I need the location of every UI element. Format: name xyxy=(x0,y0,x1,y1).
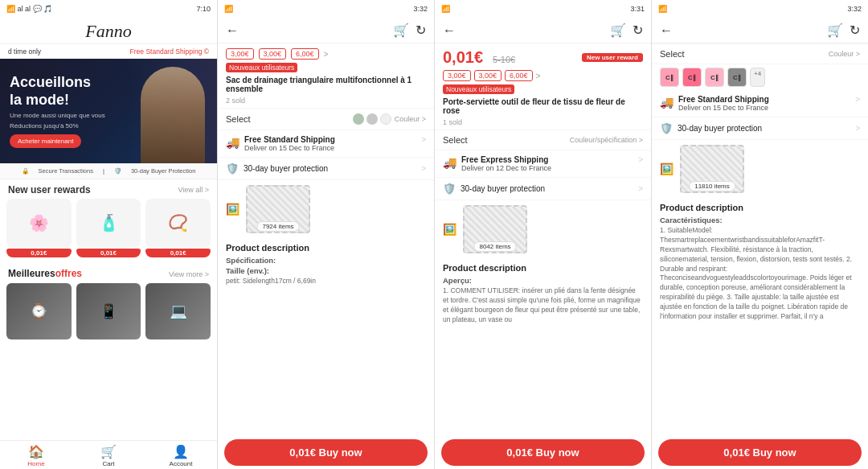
cart-header-icon-1[interactable]: 🛒 xyxy=(393,23,409,38)
product-header-3: ← 🛒 ↻ xyxy=(652,18,868,43)
shipping-title-3: Free Standard Shipping xyxy=(678,95,769,104)
buy-button-1[interactable]: 0,01€ Buy now xyxy=(224,439,428,466)
offers-view-more[interactable]: View more > xyxy=(169,270,209,278)
offer-item-2[interactable]: 📱 xyxy=(76,283,141,339)
refresh-icon-2[interactable]: ↻ xyxy=(633,23,643,38)
app-header-home: Fanno xyxy=(0,18,217,43)
panel-product-3: 📶 3:32 ← 🛒 ↻ Select Couleur > C‖ C‖ C‖ C… xyxy=(651,0,868,469)
swatch-4[interactable]: C‖ xyxy=(727,68,747,87)
desc-text-1: petit: Sidelength17cm / 6,69in xyxy=(226,277,426,286)
offer-image-1: ⌚ xyxy=(6,283,72,339)
price-tag-2c[interactable]: 6,00€ xyxy=(505,70,533,81)
offer-item-3[interactable]: 💻 xyxy=(145,283,211,339)
prot-left-2: 🛡️ 30-day buyer protection xyxy=(443,183,545,195)
swatch-3[interactable]: C‖ xyxy=(705,68,724,87)
select-row-3[interactable]: Select Couleur > xyxy=(652,43,868,64)
back-button-1[interactable]: ← xyxy=(226,23,239,38)
protection-icon: 🛡️ xyxy=(114,167,121,175)
promo-text: d time only xyxy=(8,47,41,56)
swatch-1[interactable]: C‖ xyxy=(660,68,679,87)
protection-row-2[interactable]: 🛡️ 30-day buyer protection > xyxy=(435,178,651,200)
hero-image xyxy=(129,59,217,163)
product-scroll-3[interactable]: Select Couleur > C‖ C‖ C‖ C‖ +4 🚚 Free S… xyxy=(652,43,868,436)
color-dot-1c[interactable] xyxy=(380,113,391,125)
offers-title: Meilleuresoffres xyxy=(8,265,82,280)
truck-icon-2: 🚚 xyxy=(443,156,457,172)
offer-item-1[interactable]: ⌚ xyxy=(6,283,72,339)
more-colors-badge[interactable]: +4 xyxy=(750,68,765,87)
select-row-2[interactable]: Select Couleur/spécification > xyxy=(435,130,651,150)
reward-image-2: 🧴 xyxy=(76,199,141,247)
promo-bar[interactable]: d time only Free Standard Shipping © xyxy=(0,43,217,59)
items-badge-3: 11810 items xyxy=(689,181,735,191)
status-bar-4: 📶 3:32 xyxy=(652,0,868,18)
rewards-row: 🌸 0,01€ 🧴 0,01€ 📿 0,01€ xyxy=(0,199,217,262)
offers-row: ⌚ 📱 💻 xyxy=(0,283,217,339)
desc-title-3: Product description xyxy=(660,203,860,212)
sold-count-2: 1 sold xyxy=(435,118,651,130)
shipping-row-2[interactable]: 🚚 Free Express Shipping Deliver on 12 De… xyxy=(435,150,651,178)
shipping-title-1: Free Standard Shipping xyxy=(244,135,335,144)
new-user-label-1: Nouveaux utilisateurs xyxy=(226,63,297,72)
shipping-info-2: Free Express Shipping Deliver on 12 Dec … xyxy=(461,155,551,172)
shipping-title-2: Free Express Shipping xyxy=(461,155,551,164)
shipping-row-3[interactable]: 🚚 Free Standard Shipping Deliver on 15 D… xyxy=(652,90,868,117)
reward-item-1[interactable]: 🌸 0,01€ xyxy=(6,199,72,257)
shipping-info-3: Free Standard Shipping Deliver on 15 Dec… xyxy=(678,95,769,112)
price-tag-2a[interactable]: 3,00€ xyxy=(443,70,471,81)
sold-count-1: 2 sold xyxy=(218,97,434,108)
cart-header-icon-3[interactable]: 🛒 xyxy=(827,23,843,38)
nav-home[interactable]: 🏠 Home xyxy=(0,444,72,467)
price-tag-1b[interactable]: 3,00€ xyxy=(259,48,287,60)
desc-label-3: Caractéristiques: xyxy=(660,216,860,224)
thumb-area-1: 🖼️ 7924 items xyxy=(218,180,434,238)
back-button-2[interactable]: ← xyxy=(443,23,456,38)
color-dot-1b[interactable] xyxy=(366,113,378,125)
reward-item-3[interactable]: 📿 0,01€ xyxy=(145,199,211,257)
product-scroll-1[interactable]: 3,00€ 3,00€ 6,00€ > Nouveaux utilisateur… xyxy=(218,43,434,436)
buy-button-3[interactable]: 0,01€ Buy now xyxy=(658,439,862,466)
hero-text: Accueillonsla mode! Une mode aussi uniqu… xyxy=(10,74,105,148)
new-user-label-2b: Nouveaux utilisateurs xyxy=(443,84,514,94)
select-row-1[interactable]: Select Couleur > xyxy=(218,108,434,130)
price-old-2: 5-10€ xyxy=(493,55,515,64)
back-button-3[interactable]: ← xyxy=(660,23,673,38)
desc-section-3: Product description Caractéristiques: 1.… xyxy=(652,198,868,325)
protection-label: 30-day Buyer Protection xyxy=(131,167,195,175)
shipping-row-1[interactable]: 🚚 Free Standard Shipping Deliver on 15 D… xyxy=(218,130,434,158)
hero-banner: Accueillonsla mode! Une mode aussi uniqu… xyxy=(0,59,217,163)
secure-label: Secure Transactions xyxy=(39,167,93,175)
swatch-2[interactable]: C‖ xyxy=(682,68,702,87)
header-icons-2: 🛒 ↻ xyxy=(610,23,643,38)
protection-row-1[interactable]: 🛡️ 30-day buyer protection > xyxy=(218,158,434,180)
price-tag-2b[interactable]: 3,00€ xyxy=(474,70,502,81)
nav-home-label: Home xyxy=(27,460,44,467)
refresh-icon-3[interactable]: ↻ xyxy=(850,23,860,38)
protection-row-3[interactable]: 🛡️ 30-day buyer protection > xyxy=(652,117,868,140)
desc-section-1: Product description Spécification: Taill… xyxy=(218,238,434,290)
nav-account-label: Account xyxy=(170,460,193,467)
nav-cart[interactable]: 🛒 Cart xyxy=(72,444,145,467)
shipping-left-1: 🚚 Free Standard Shipping Deliver on 15 D… xyxy=(226,135,335,152)
reward-image-1: 🌸 xyxy=(6,199,72,247)
reward-item-2[interactable]: 🧴 0,01€ xyxy=(76,199,141,257)
price-section-1: 3,00€ 3,00€ 6,00€ > Nouveaux utilisateur… xyxy=(218,43,434,97)
desc-title-1: Product description xyxy=(226,243,426,253)
header-icons-1: 🛒 ↻ xyxy=(393,23,426,38)
divider: | xyxy=(103,167,104,175)
buy-button-2[interactable]: 0,01€ Buy now xyxy=(441,439,645,466)
cart-header-icon-2[interactable]: 🛒 xyxy=(610,23,626,38)
shop-now-button[interactable]: Acheter maintenant xyxy=(10,134,81,148)
price-main-2: 0,01€ xyxy=(443,48,483,67)
rewards-view-all[interactable]: View all > xyxy=(178,186,209,194)
shield-icon-2: 🛡️ xyxy=(443,183,456,195)
price-tag-1a[interactable]: 3,00€ xyxy=(226,48,254,60)
color-dot-1a[interactable] xyxy=(353,113,364,125)
refresh-icon-1[interactable]: ↻ xyxy=(416,23,426,38)
status-bar-3: 📶 3:31 xyxy=(435,0,651,18)
nav-account[interactable]: 👤 Account xyxy=(145,444,217,467)
color-dots-1 xyxy=(353,113,391,125)
product-scroll-2[interactable]: 0,01€ 5-10€ New user reward 3,00€ 3,00€ … xyxy=(435,43,651,436)
chevron-prot-1: > xyxy=(421,164,426,173)
price-tag-1c[interactable]: 6,00€ xyxy=(291,48,319,60)
